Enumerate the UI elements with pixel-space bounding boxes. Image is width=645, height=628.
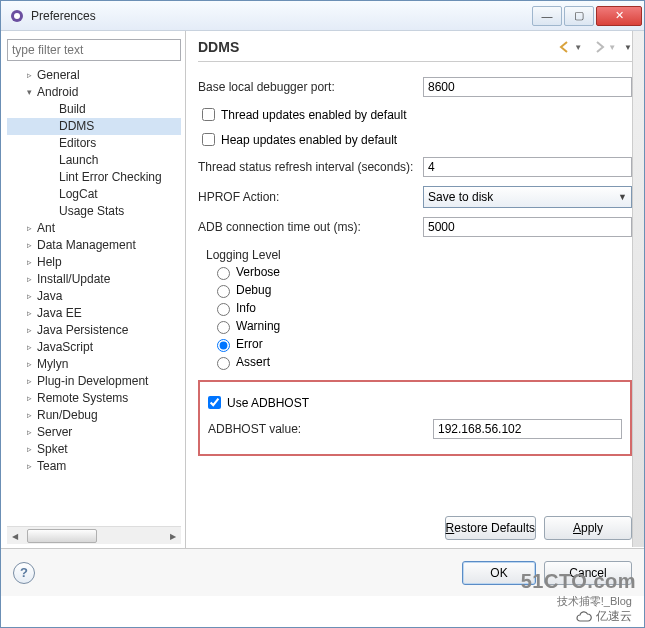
tree-item-javascript[interactable]: ▹JavaScript (7, 339, 181, 356)
twisty-closed-icon[interactable]: ▹ (23, 461, 35, 473)
tree-item-launch[interactable]: Launch (7, 152, 181, 169)
tree-item-run-debug[interactable]: ▹Run/Debug (7, 407, 181, 424)
twisty-closed-icon[interactable]: ▹ (23, 240, 35, 252)
minimize-button[interactable]: — (532, 6, 562, 26)
logging-radio-verbose[interactable] (217, 267, 230, 280)
twisty-closed-icon[interactable]: ▹ (23, 359, 35, 371)
refresh-interval-label: Thread status refresh interval (seconds)… (198, 160, 423, 174)
vertical-scrollbar[interactable] (632, 31, 644, 547)
twisty-closed-icon[interactable]: ▹ (23, 342, 35, 354)
filter-input[interactable] (7, 39, 181, 61)
preference-tree[interactable]: ▹General▾AndroidBuildDDMSEditorsLaunchLi… (7, 67, 181, 522)
tree-item-remote-systems[interactable]: ▹Remote Systems (7, 390, 181, 407)
tree-item-java-persistence[interactable]: ▹Java Persistence (7, 322, 181, 339)
heap-updates-checkbox[interactable] (202, 133, 215, 146)
tree-item-label: Plug-in Development (37, 373, 148, 390)
adbhost-value-input[interactable] (433, 419, 622, 439)
twisty-none-icon (45, 121, 57, 133)
logging-label: Info (236, 301, 256, 315)
twisty-closed-icon[interactable]: ▹ (23, 427, 35, 439)
help-button[interactable]: ? (13, 562, 35, 584)
apply-button[interactable]: Apply (544, 516, 632, 540)
logging-radio-warning[interactable] (217, 321, 230, 334)
tree-item-data-management[interactable]: ▹Data Management (7, 237, 181, 254)
main-panel: DDMS ▼ ▼ ▼ Base local debugger port: Thr… (186, 31, 644, 548)
twisty-closed-icon[interactable]: ▹ (23, 308, 35, 320)
nav-back-menu-icon[interactable]: ▼ (574, 43, 582, 52)
twisty-closed-icon[interactable]: ▹ (23, 393, 35, 405)
tree-item-ant[interactable]: ▹Ant (7, 220, 181, 237)
tree-item-plug-in-development[interactable]: ▹Plug-in Development (7, 373, 181, 390)
logging-label: Verbose (236, 265, 280, 279)
nav-menu-icon[interactable]: ▼ (624, 43, 632, 52)
tree-item-ddms[interactable]: DDMS (7, 118, 181, 135)
adb-timeout-input[interactable] (423, 217, 632, 237)
thread-updates-checkbox[interactable] (202, 108, 215, 121)
tree-item-editors[interactable]: Editors (7, 135, 181, 152)
twisty-closed-icon[interactable]: ▹ (23, 291, 35, 303)
logging-radio-info[interactable] (217, 303, 230, 316)
maximize-button[interactable]: ▢ (564, 6, 594, 26)
scroll-left-icon[interactable]: ◀ (7, 528, 23, 544)
svg-point-1 (14, 13, 20, 19)
tree-item-label: Launch (59, 152, 98, 169)
hprof-action-select[interactable]: Save to disk ▼ (423, 186, 632, 208)
twisty-closed-icon[interactable]: ▹ (23, 223, 35, 235)
twisty-open-icon[interactable]: ▾ (23, 87, 35, 99)
tree-item-general[interactable]: ▹General (7, 67, 181, 84)
base-port-input[interactable] (423, 77, 632, 97)
tree-item-label: Lint Error Checking (59, 169, 162, 186)
twisty-none-icon (45, 172, 57, 184)
logging-radio-assert[interactable] (217, 357, 230, 370)
hprof-action-value: Save to disk (428, 190, 493, 204)
logging-label: Error (236, 337, 263, 351)
twisty-closed-icon[interactable]: ▹ (23, 376, 35, 388)
scroll-right-icon[interactable]: ▶ (165, 528, 181, 544)
close-button[interactable]: ✕ (596, 6, 642, 26)
restore-defaults-button[interactable]: Restore Defaults (445, 516, 536, 540)
tree-item-label: Ant (37, 220, 55, 237)
horizontal-scrollbar[interactable]: ◀ ▶ (7, 526, 181, 544)
tree-item-team[interactable]: ▹Team (7, 458, 181, 475)
twisty-closed-icon[interactable]: ▹ (23, 444, 35, 456)
tree-item-server[interactable]: ▹Server (7, 424, 181, 441)
tree-item-build[interactable]: Build (7, 101, 181, 118)
app-icon (9, 8, 25, 24)
cancel-button[interactable]: Cancel (544, 561, 632, 585)
tree-item-logcat[interactable]: LogCat (7, 186, 181, 203)
twisty-closed-icon[interactable]: ▹ (23, 325, 35, 337)
logging-option-assert[interactable]: Assert (212, 354, 632, 370)
tree-item-label: General (37, 67, 80, 84)
logging-option-debug[interactable]: Debug (212, 282, 632, 298)
twisty-none-icon (45, 138, 57, 150)
twisty-none-icon (45, 189, 57, 201)
nav-forward-icon[interactable] (588, 40, 606, 54)
twisty-closed-icon[interactable]: ▹ (23, 274, 35, 286)
tree-item-java-ee[interactable]: ▹Java EE (7, 305, 181, 322)
tree-item-label: Team (37, 458, 66, 475)
twisty-closed-icon[interactable]: ▹ (23, 70, 35, 82)
refresh-interval-input[interactable] (423, 157, 632, 177)
tree-item-usage-stats[interactable]: Usage Stats (7, 203, 181, 220)
logging-option-error[interactable]: Error (212, 336, 632, 352)
nav-back-icon[interactable] (554, 40, 572, 54)
tree-item-java[interactable]: ▹Java (7, 288, 181, 305)
logging-option-warning[interactable]: Warning (212, 318, 632, 334)
scroll-thumb[interactable] (27, 529, 97, 543)
nav-forward-menu-icon[interactable]: ▼ (608, 43, 616, 52)
logging-option-info[interactable]: Info (212, 300, 632, 316)
tree-item-help[interactable]: ▹Help (7, 254, 181, 271)
tree-item-install-update[interactable]: ▹Install/Update (7, 271, 181, 288)
logging-radio-error[interactable] (217, 339, 230, 352)
logging-option-verbose[interactable]: Verbose (212, 264, 632, 280)
twisty-closed-icon[interactable]: ▹ (23, 257, 35, 269)
tree-item-lint-error-checking[interactable]: Lint Error Checking (7, 169, 181, 186)
ok-button[interactable]: OK (462, 561, 536, 585)
twisty-closed-icon[interactable]: ▹ (23, 410, 35, 422)
use-adbhost-checkbox[interactable] (208, 396, 221, 409)
logging-radio-debug[interactable] (217, 285, 230, 298)
tree-item-spket[interactable]: ▹Spket (7, 441, 181, 458)
tree-item-label: Run/Debug (37, 407, 98, 424)
tree-item-mylyn[interactable]: ▹Mylyn (7, 356, 181, 373)
tree-item-android[interactable]: ▾Android (7, 84, 181, 101)
